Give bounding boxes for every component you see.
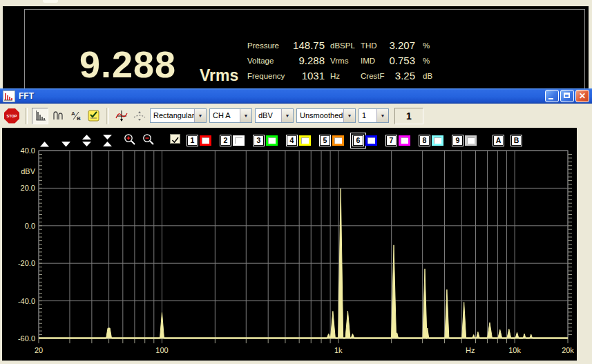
reading-label: Voltage (247, 55, 274, 67)
measurement-setup-button[interactable] (86, 108, 102, 124)
reading-label: IMD (361, 55, 375, 67)
window-function-value: Rectangular (151, 109, 194, 122)
reading-unit: % (423, 55, 430, 67)
svg-text:dBV: dBV (21, 167, 35, 175)
app-screen: { "meter": { "main_value": "9.288", "mai… (0, 0, 592, 364)
curve-4-selector: 4 (287, 135, 311, 146)
reading-label: THD (361, 40, 377, 52)
maximize-button[interactable] (560, 90, 574, 102)
toolbar-separator (106, 108, 109, 124)
window-function-dropdown[interactable]: Rectangular ▼ (150, 108, 207, 123)
fft-spectrum-chart: 40.0dBV20.00.0-20.0-40.0-60.0201001kHz10… (2, 128, 577, 361)
reading-value: 3.207 (376, 39, 415, 51)
collapse-arrows-icon (103, 135, 112, 146)
curve-3-color-swatch[interactable] (266, 135, 278, 146)
curve-3-button[interactable]: 3 (254, 135, 264, 146)
zoom-in-icon (124, 133, 136, 146)
chevron-down-icon: ▼ (240, 109, 251, 122)
minimize-button[interactable] (545, 90, 559, 102)
curve-2-selector: 2 (220, 135, 245, 146)
curve-selector-row: 123456789AB (187, 135, 522, 146)
averaging-dropdown[interactable]: 1 ▼ (359, 108, 389, 123)
reading-unit: dB (423, 70, 432, 82)
curve-5-button[interactable]: 5 (320, 135, 330, 146)
octave-bands-icon (52, 110, 64, 122)
marker-button[interactable] (131, 108, 148, 124)
svg-text:Hz: Hz (466, 346, 475, 354)
expand-arrows-icon (82, 135, 91, 146)
curve-8-button[interactable]: 8 (419, 135, 430, 146)
marker-icon (133, 110, 146, 122)
fft-window-icon (3, 90, 15, 102)
reading-unit: dBSPL (330, 40, 355, 52)
reading-value: 148.75 (275, 39, 325, 51)
expand-range-button[interactable] (82, 135, 91, 149)
averaging-value: 1 (359, 109, 376, 122)
reading-value: 3.25 (376, 70, 415, 82)
collapse-range-button[interactable] (103, 135, 112, 149)
curve-2-color-swatch[interactable] (233, 135, 245, 146)
svg-text:A: A (71, 111, 75, 117)
curve-2-button[interactable]: 2 (220, 135, 231, 146)
cursor-button[interactable] (113, 108, 130, 124)
curve-9-button[interactable]: 9 (452, 135, 463, 146)
svg-text:1k: 1k (334, 346, 343, 354)
maximize-icon (564, 93, 570, 98)
curve-1-selector: 1 (187, 135, 211, 146)
curve-6-selector: 6 (353, 135, 377, 146)
spectrum-view-button[interactable] (32, 108, 48, 124)
curve-9-selector: 9 (452, 135, 477, 146)
svg-text:B: B (77, 115, 81, 122)
svg-text:10k: 10k (508, 346, 521, 354)
reading-value: 0.753 (376, 55, 415, 66)
zoom-out-button[interactable] (142, 133, 155, 149)
chevron-down-icon: ▼ (376, 109, 388, 122)
window-edge-tab (43, 0, 58, 3)
zoom-in-button[interactable] (124, 133, 136, 149)
curve-8-color-swatch[interactable] (432, 135, 443, 146)
scale-up-button[interactable] (40, 137, 49, 150)
title-bar[interactable]: FFT ✕ (0, 88, 592, 104)
measurement-setup-icon (88, 110, 100, 122)
curve-1-color-swatch[interactable] (200, 135, 211, 146)
minimize-icon (548, 98, 553, 99)
curve-9-color-swatch[interactable] (465, 135, 477, 146)
triangle-up-icon (40, 142, 49, 147)
curve-7-button[interactable]: 7 (386, 135, 397, 146)
curve-6-color-swatch[interactable] (365, 135, 377, 146)
channel-value: CH A (210, 109, 240, 122)
chevron-down-icon: ▼ (194, 109, 206, 122)
overlay-b-button[interactable]: B (511, 135, 522, 146)
stop-button[interactable]: STOP (4, 108, 19, 124)
reading-unit: Vrms (330, 55, 348, 67)
svg-text:20.0: 20.0 (21, 184, 35, 192)
curve-5-color-swatch[interactable] (332, 135, 344, 146)
ab-compare-button[interactable]: A B (68, 108, 84, 124)
curve-1-button[interactable]: 1 (187, 135, 198, 146)
svg-text:20: 20 (35, 346, 43, 354)
window-title: FFT (19, 91, 34, 101)
curve-6-button[interactable]: 6 (353, 135, 363, 146)
reading-unit: Hz (330, 70, 340, 82)
reading-value: 1031 (275, 70, 325, 82)
curve-visibility-checkbox[interactable] (170, 134, 180, 144)
scale-down-button[interactable] (61, 137, 70, 150)
channel-dropdown[interactable]: CH A ▼ (209, 108, 252, 123)
octave-view-button[interactable] (50, 108, 66, 124)
meter-display: 9.288 Vrms Pressure 148.75 dBSPL Voltage… (3, 6, 589, 88)
magnitude-unit-dropdown[interactable]: dBV ▼ (255, 108, 294, 123)
svg-text:0.0: 0.0 (25, 222, 35, 230)
close-button[interactable]: ✕ (575, 90, 589, 102)
smoothing-value: Unsmoothed (297, 109, 343, 122)
smoothing-dropdown[interactable]: Unsmoothed ▼ (296, 108, 356, 123)
overlay-a-button[interactable]: A (493, 135, 504, 146)
curve-4-button[interactable]: 4 (287, 135, 297, 146)
curve-3-selector: 3 (254, 135, 278, 146)
curve-7-color-swatch[interactable] (399, 135, 410, 146)
reading-unit: % (423, 40, 430, 52)
curve-4-color-swatch[interactable] (299, 135, 311, 146)
svg-text:20k: 20k (562, 346, 574, 354)
svg-text:-20.0: -20.0 (18, 259, 35, 267)
reading-value: 9.288 (275, 55, 325, 66)
magnitude-unit-value: dBV (256, 109, 281, 122)
